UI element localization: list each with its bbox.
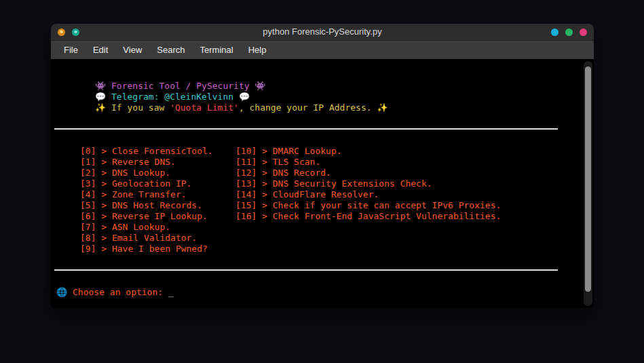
titlebar-left-controls [58,24,79,40]
maximize-button[interactable] [565,28,573,36]
menu-option: [9] > Have I been Pwned? [80,244,235,254]
menu-view[interactable]: View [115,43,149,57]
prompt-line[interactable]: 🌐 Choose an option: _ [56,287,582,298]
banner-title: 👾 Forensic Tool / PySecurity 👾 [95,81,582,92]
menu-option: [14] > CloudFlare Resolver. [235,189,501,200]
menu-option: [12] > DNS Record. [235,168,501,178]
terminal-window: python Forensic-PySecurity.py File Edit … [51,24,594,308]
banner-notice: ✨ If you saw 'Quota Limit', change your … [95,102,582,113]
options-menu: [0] > Close ForensicTool. [1] > Reverse … [80,146,582,254]
window-title: python Forensic-PySecurity.py [51,24,594,40]
menu-option: [1] > Reverse DNS. [80,157,235,168]
menu-option: [11] > TLS Scan. [235,157,501,168]
menu-file[interactable]: File [56,43,86,57]
separator-top [54,128,558,130]
workspace-badge-icon[interactable] [72,28,79,36]
scrollbar-thumb[interactable] [585,66,591,292]
app-badge-icon[interactable] [58,28,65,36]
menu-option: [13] > DNS Security Extensions Check. [235,178,501,189]
menu-option: [10] > DMARC Lookup. [235,146,501,157]
terminal-screen[interactable]: 👾 Forensic Tool / PySecurity 👾 💬 Telegra… [51,59,594,308]
notice-suffix: , change your IP Address. ✨ [239,102,388,113]
prompt-text: 🌐 Choose an option: [56,287,168,297]
menu-option: [5] > DNS Host Records. [80,200,235,211]
menu-option: [0] > Close ForensicTool. [80,146,235,157]
menu-option: [16] > Check Front-End JavaScript Vulner… [235,211,501,222]
close-button[interactable] [580,28,587,36]
menu-option: [2] > DNS Lookup. [80,168,235,178]
banner-telegram: 💬 Telegram: @CleinKelvinn 💬 [95,92,582,102]
menu-option: [4] > Zone Transfer. [80,189,235,200]
scrollbar[interactable] [584,61,592,306]
minimize-button[interactable] [551,28,558,36]
options-column-right: [10] > DMARC Lookup. [11] > TLS Scan. [1… [235,146,501,254]
notice-highlight: 'Quota Limit' [170,102,239,113]
terminal-output: 👾 Forensic Tool / PySecurity 👾 💬 Telegra… [51,59,582,308]
menu-option: [8] > Email Validator. [80,233,235,244]
menu-edit[interactable]: Edit [86,43,115,57]
options-column-left: [0] > Close ForensicTool. [1] > Reverse … [80,146,235,254]
menu-option: [6] > Reverse IP Lookup. [80,211,235,222]
menubar: File Edit View Search Terminal Help [51,41,594,59]
notice-prefix: ✨ If you saw [95,102,170,113]
menu-option: [15] > Check if your site can accept IPv… [235,200,501,211]
separator-bottom [54,269,558,271]
menu-option: [7] > ASN Lookup. [80,222,235,233]
terminal-cursor: _ [168,287,174,297]
menu-help[interactable]: Help [241,43,274,57]
menu-option: [3] > Geolocation IP. [80,178,235,189]
titlebar[interactable]: python Forensic-PySecurity.py [51,24,594,41]
menu-terminal[interactable]: Terminal [193,43,241,57]
desktop: python Forensic-PySecurity.py File Edit … [0,0,644,363]
titlebar-right-controls [551,24,587,40]
menu-search[interactable]: Search [149,43,192,57]
